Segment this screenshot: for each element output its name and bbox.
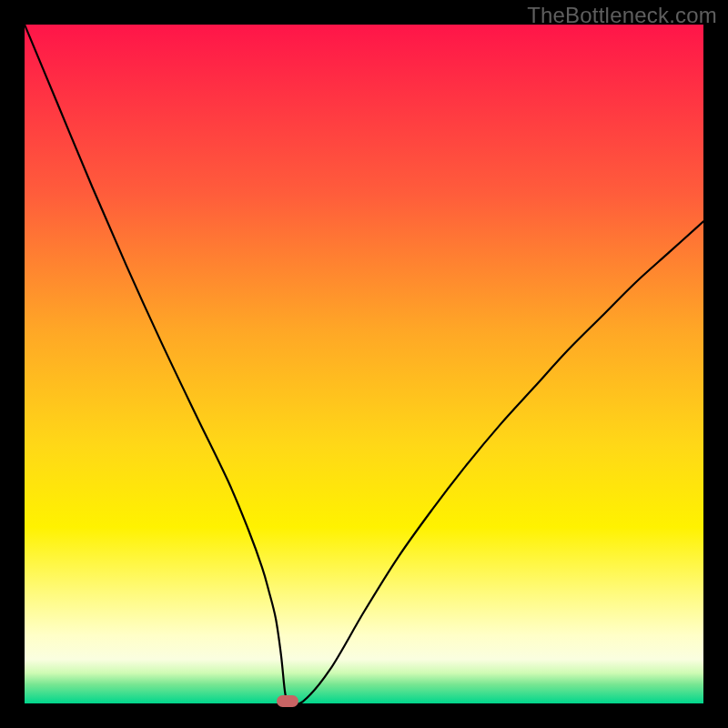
optimal-marker bbox=[277, 695, 298, 707]
bottleneck-curve bbox=[25, 25, 703, 703]
plot-area bbox=[25, 25, 703, 703]
curve-path bbox=[25, 25, 703, 703]
chart-frame: TheBottleneck.com bbox=[0, 0, 728, 728]
